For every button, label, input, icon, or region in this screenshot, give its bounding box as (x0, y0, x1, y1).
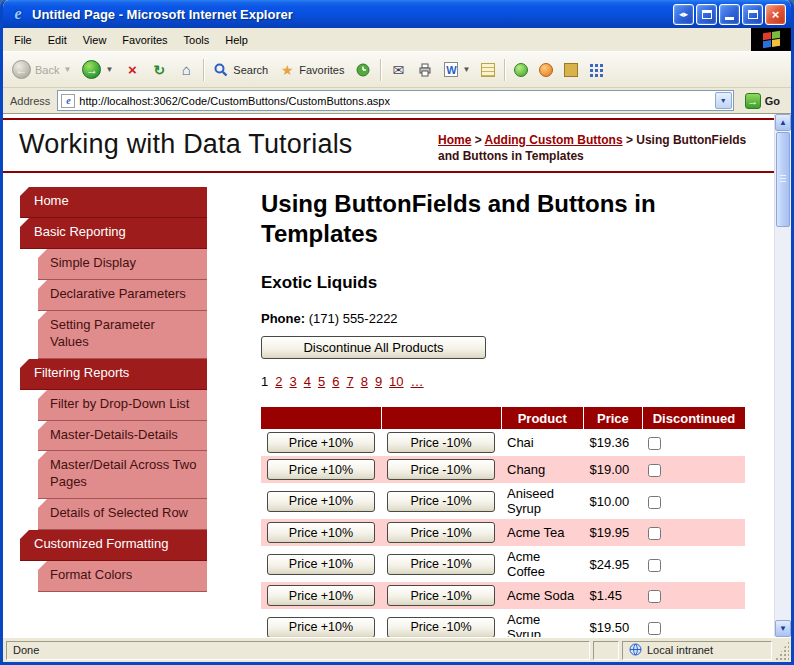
sidebar-item-label: Home (34, 193, 69, 208)
webpage: Working with Data Tutorials Home > Addin… (3, 114, 774, 637)
pager-link-[interactable]: … (411, 374, 424, 389)
go-button[interactable]: → Go (739, 91, 786, 111)
scroll-down-button[interactable]: ▼ (775, 620, 791, 637)
price-increase-button[interactable]: Price +10% (267, 459, 375, 480)
back-icon: ← (12, 60, 31, 79)
menu-view[interactable]: View (75, 30, 115, 50)
security-zone: Local intranet (622, 641, 772, 660)
sidebar-item-filter-by-drop-down-list[interactable]: Filter by Drop-Down List (38, 390, 207, 421)
refresh-button[interactable]: ↻ (146, 59, 172, 81)
address-dropdown-button[interactable]: ▼ (715, 92, 732, 109)
titlebar[interactable]: e Untitled Page - Microsoft Internet Exp… (3, 0, 791, 28)
address-input[interactable]: e http://localhost:3062/Code/CustomButto… (57, 90, 733, 111)
price-increase-button[interactable]: Price +10% (267, 585, 375, 606)
toolbar-separator (203, 59, 204, 81)
mail-button[interactable]: ✉ (385, 59, 411, 81)
pager-link-8[interactable]: 8 (361, 374, 368, 389)
sidebar-item-customized-formatting[interactable]: Customized Formatting (20, 530, 207, 561)
pager-current-page: 1 (261, 374, 268, 389)
price-decrease-button[interactable]: Price -10% (387, 585, 495, 606)
pager-link-4[interactable]: 4 (304, 374, 311, 389)
back-button[interactable]: ← Back ▼ (7, 57, 76, 82)
pager-link-3[interactable]: 3 (289, 374, 296, 389)
price-increase-button[interactable]: Price +10% (267, 617, 375, 637)
discontinued-checkbox[interactable] (648, 437, 661, 450)
menu-tools[interactable]: Tools (176, 30, 218, 50)
scrollbar-track[interactable] (775, 131, 791, 620)
back-label: Back (35, 64, 59, 76)
price-increase-button[interactable]: Price +10% (267, 522, 375, 543)
menu-file[interactable]: File (6, 30, 40, 50)
pager-link-9[interactable]: 9 (375, 374, 382, 389)
pager-link-10[interactable]: 10 (389, 374, 403, 389)
sidebar-item-declarative-parameters[interactable]: Declarative Parameters (38, 280, 207, 311)
addon-button-4[interactable] (584, 60, 608, 80)
search-button[interactable]: Search (208, 59, 273, 81)
pager-link-5[interactable]: 5 (318, 374, 325, 389)
stop-button[interactable]: × (119, 59, 145, 81)
addon-button-2[interactable] (534, 60, 558, 80)
discontinued-checkbox[interactable] (648, 559, 661, 572)
discontinued-checkbox[interactable] (648, 464, 661, 477)
discontinued-checkbox[interactable] (648, 496, 661, 509)
price-decrease-button[interactable]: Price -10% (387, 432, 495, 453)
print-button[interactable] (412, 59, 438, 81)
price-decrease-button[interactable]: Price -10% (387, 522, 495, 543)
close-button[interactable]: × (765, 4, 786, 25)
favorites-button[interactable]: ★ Favorites (274, 59, 349, 81)
discontinued-checkbox[interactable] (648, 622, 661, 635)
corner-notch-icon (38, 561, 47, 570)
zone-label: Local intranet (647, 644, 713, 656)
price-decrease-button[interactable]: Price -10% (387, 491, 495, 512)
maximize-button[interactable] (742, 4, 763, 25)
sidebar-item-filtering-reports[interactable]: Filtering Reports (20, 359, 207, 390)
addon-button-3[interactable] (559, 60, 583, 80)
sidebar-item-setting-parameter-values[interactable]: Setting Parameter Values (38, 311, 207, 359)
price-increase-button[interactable]: Price +10% (267, 554, 375, 575)
breadcrumb-link-home[interactable]: Home (438, 133, 471, 147)
home-button[interactable]: ⌂ (173, 59, 199, 81)
intranet-globe-icon (629, 643, 642, 658)
history-button[interactable] (350, 59, 376, 81)
discontinue-all-button[interactable]: Discontinue All Products (261, 336, 486, 359)
price-decrease-button[interactable]: Price -10% (387, 459, 495, 480)
pager-link-7[interactable]: 7 (346, 374, 353, 389)
sidebar-item-basic-reporting[interactable]: Basic Reporting (20, 218, 207, 249)
menu-favorites[interactable]: Favorites (114, 30, 175, 50)
forward-button[interactable]: → ▼ (77, 57, 118, 82)
breadcrumb-link-adding-custom-buttons[interactable]: Adding Custom Buttons (485, 133, 623, 147)
pager-link-2[interactable]: 2 (275, 374, 282, 389)
menu-edit[interactable]: Edit (40, 30, 75, 50)
sidebar-item-format-colors[interactable]: Format Colors (38, 561, 207, 592)
price-decrease-button[interactable]: Price -10% (387, 554, 495, 575)
forward-dropdown-icon: ▼ (105, 65, 113, 74)
product-cell: Chang (501, 456, 584, 483)
address-bar: Address e http://localhost:3062/Code/Cus… (3, 88, 791, 114)
panel-button[interactable] (696, 4, 717, 25)
discontinued-checkbox[interactable] (648, 590, 661, 603)
pager-link-6[interactable]: 6 (332, 374, 339, 389)
resize-grip-icon[interactable] (775, 641, 789, 660)
scrollbar-thumb[interactable] (776, 132, 790, 227)
sidebar-item-details-of-selected-row[interactable]: Details of Selected Row (38, 499, 207, 530)
menu-help[interactable]: Help (217, 30, 256, 50)
discuss-button[interactable] (476, 60, 500, 80)
sidebar-item-master-detail-across-two-pages[interactable]: Master/Detail Across Two Pages (38, 451, 207, 499)
minimize-button[interactable] (719, 4, 740, 25)
vertical-scrollbar[interactable]: ▲ ▼ (774, 114, 791, 637)
sidebar-item-simple-display[interactable]: Simple Display (38, 249, 207, 280)
sidebar-item-label: Details of Selected Row (50, 505, 188, 520)
sidebar-item-label: Setting Parameter Values (50, 317, 155, 349)
price-increase-button[interactable]: Price +10% (267, 432, 375, 453)
sidebar-item-master-details-details[interactable]: Master-Details-Details (38, 421, 207, 452)
price-decrease-button[interactable]: Price -10% (387, 617, 495, 637)
price-cell: $19.36 (584, 429, 643, 456)
scroll-up-button[interactable]: ▲ (775, 114, 791, 131)
nav-arrows-button[interactable]: ◂▸ (673, 4, 694, 25)
supplier-name: Exotic Liquids (261, 273, 745, 293)
price-increase-button[interactable]: Price +10% (267, 491, 375, 512)
discontinued-checkbox[interactable] (648, 527, 661, 540)
sidebar-item-home[interactable]: Home (20, 187, 207, 218)
addon-button-1[interactable] (509, 60, 533, 80)
edit-button[interactable]: W ▼ (439, 59, 475, 80)
